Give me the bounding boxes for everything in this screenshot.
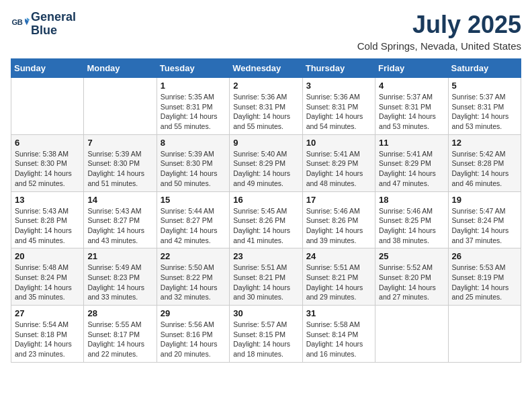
day-info: Sunrise: 5:57 AM Sunset: 8:15 PM Dayligh… bbox=[233, 320, 298, 359]
calendar-cell: 12Sunrise: 5:42 AM Sunset: 8:28 PM Dayli… bbox=[448, 134, 521, 191]
calendar-cell: 9Sunrise: 5:40 AM Sunset: 8:29 PM Daylig… bbox=[230, 134, 302, 191]
day-info: Sunrise: 5:58 AM Sunset: 8:14 PM Dayligh… bbox=[306, 320, 371, 359]
calendar-cell: 28Sunrise: 5:55 AM Sunset: 8:17 PM Dayli… bbox=[84, 306, 157, 363]
day-info: Sunrise: 5:44 AM Sunset: 8:27 PM Dayligh… bbox=[161, 206, 226, 246]
day-info: Sunrise: 5:56 AM Sunset: 8:16 PM Dayligh… bbox=[161, 320, 226, 359]
day-info: Sunrise: 5:51 AM Sunset: 8:21 PM Dayligh… bbox=[233, 263, 298, 302]
calendar-cell: 3Sunrise: 5:36 AM Sunset: 8:31 PM Daylig… bbox=[302, 78, 375, 135]
day-info: Sunrise: 5:53 AM Sunset: 8:19 PM Dayligh… bbox=[452, 263, 517, 302]
day-number: 23 bbox=[233, 251, 298, 261]
day-number: 9 bbox=[233, 138, 298, 148]
calendar-cell: 25Sunrise: 5:52 AM Sunset: 8:20 PM Dayli… bbox=[375, 248, 448, 306]
day-info: Sunrise: 5:39 AM Sunset: 8:30 PM Dayligh… bbox=[87, 149, 152, 189]
calendar-cell: 6Sunrise: 5:38 AM Sunset: 8:30 PM Daylig… bbox=[11, 134, 84, 191]
day-info: Sunrise: 5:49 AM Sunset: 8:23 PM Dayligh… bbox=[87, 263, 152, 302]
day-number: 1 bbox=[161, 81, 226, 91]
day-number: 7 bbox=[87, 138, 152, 148]
day-number: 16 bbox=[233, 195, 298, 205]
day-number: 21 bbox=[87, 251, 152, 261]
day-number: 11 bbox=[379, 138, 444, 148]
calendar-week-row: 6Sunrise: 5:38 AM Sunset: 8:30 PM Daylig… bbox=[11, 134, 521, 191]
day-number: 27 bbox=[15, 308, 80, 318]
month-title: July 2025 bbox=[357, 11, 521, 39]
day-number: 4 bbox=[379, 81, 444, 91]
calendar-cell: 21Sunrise: 5:49 AM Sunset: 8:23 PM Dayli… bbox=[84, 248, 157, 306]
day-number: 15 bbox=[161, 195, 226, 205]
calendar-cell: 27Sunrise: 5:54 AM Sunset: 8:18 PM Dayli… bbox=[11, 306, 84, 363]
calendar-table: SundayMondayTuesdayWednesdayThursdayFrid… bbox=[11, 58, 521, 363]
weekday-header-monday: Monday bbox=[84, 59, 157, 78]
calendar-cell: 31Sunrise: 5:58 AM Sunset: 8:14 PM Dayli… bbox=[302, 306, 375, 363]
calendar-cell: 10Sunrise: 5:41 AM Sunset: 8:29 PM Dayli… bbox=[302, 134, 375, 191]
day-info: Sunrise: 5:39 AM Sunset: 8:30 PM Dayligh… bbox=[161, 149, 226, 189]
day-number: 25 bbox=[379, 251, 444, 261]
day-info: Sunrise: 5:42 AM Sunset: 8:28 PM Dayligh… bbox=[452, 149, 517, 189]
calendar-cell: 13Sunrise: 5:43 AM Sunset: 8:28 PM Dayli… bbox=[11, 191, 84, 248]
day-info: Sunrise: 5:36 AM Sunset: 8:31 PM Dayligh… bbox=[233, 92, 298, 132]
day-number: 2 bbox=[233, 81, 298, 91]
calendar-cell: 18Sunrise: 5:46 AM Sunset: 8:25 PM Dayli… bbox=[375, 191, 448, 248]
calendar-cell: 17Sunrise: 5:46 AM Sunset: 8:26 PM Dayli… bbox=[302, 191, 375, 248]
calendar-cell: 16Sunrise: 5:45 AM Sunset: 8:26 PM Dayli… bbox=[230, 191, 302, 248]
day-info: Sunrise: 5:40 AM Sunset: 8:29 PM Dayligh… bbox=[233, 149, 298, 189]
weekday-header-thursday: Thursday bbox=[302, 59, 375, 78]
logo-icon: G B bbox=[11, 15, 30, 34]
calendar-cell: 2Sunrise: 5:36 AM Sunset: 8:31 PM Daylig… bbox=[230, 78, 302, 135]
day-info: Sunrise: 5:43 AM Sunset: 8:28 PM Dayligh… bbox=[15, 206, 80, 246]
calendar-week-row: 13Sunrise: 5:43 AM Sunset: 8:28 PM Dayli… bbox=[11, 191, 521, 248]
page-header: G B General Blue July 2025 Cold Springs,… bbox=[11, 11, 521, 52]
svg-text:G: G bbox=[11, 18, 17, 26]
calendar-cell bbox=[11, 78, 84, 135]
day-info: Sunrise: 5:41 AM Sunset: 8:29 PM Dayligh… bbox=[379, 149, 444, 189]
calendar-cell: 15Sunrise: 5:44 AM Sunset: 8:27 PM Dayli… bbox=[157, 191, 229, 248]
day-info: Sunrise: 5:37 AM Sunset: 8:31 PM Dayligh… bbox=[379, 92, 444, 132]
day-number: 17 bbox=[306, 195, 371, 205]
day-info: Sunrise: 5:48 AM Sunset: 8:24 PM Dayligh… bbox=[15, 263, 80, 302]
day-number: 28 bbox=[87, 308, 152, 318]
day-info: Sunrise: 5:46 AM Sunset: 8:26 PM Dayligh… bbox=[306, 206, 371, 246]
day-number: 24 bbox=[306, 251, 371, 261]
day-info: Sunrise: 5:41 AM Sunset: 8:29 PM Dayligh… bbox=[306, 149, 371, 189]
day-number: 31 bbox=[306, 308, 371, 318]
day-info: Sunrise: 5:35 AM Sunset: 8:31 PM Dayligh… bbox=[161, 92, 226, 132]
calendar-cell: 5Sunrise: 5:37 AM Sunset: 8:31 PM Daylig… bbox=[448, 78, 521, 135]
day-info: Sunrise: 5:36 AM Sunset: 8:31 PM Dayligh… bbox=[306, 92, 371, 132]
weekday-header-friday: Friday bbox=[375, 59, 448, 78]
weekday-header-row: SundayMondayTuesdayWednesdayThursdayFrid… bbox=[11, 59, 521, 78]
day-number: 14 bbox=[87, 195, 152, 205]
calendar-cell: 30Sunrise: 5:57 AM Sunset: 8:15 PM Dayli… bbox=[230, 306, 302, 363]
calendar-cell bbox=[448, 306, 521, 363]
day-number: 26 bbox=[452, 251, 517, 261]
calendar-cell bbox=[84, 78, 157, 135]
day-number: 18 bbox=[379, 195, 444, 205]
calendar-cell: 20Sunrise: 5:48 AM Sunset: 8:24 PM Dayli… bbox=[11, 248, 84, 306]
calendar-cell: 11Sunrise: 5:41 AM Sunset: 8:29 PM Dayli… bbox=[375, 134, 448, 191]
calendar-cell: 29Sunrise: 5:56 AM Sunset: 8:16 PM Dayli… bbox=[157, 306, 229, 363]
calendar-cell: 19Sunrise: 5:47 AM Sunset: 8:24 PM Dayli… bbox=[448, 191, 521, 248]
calendar-cell: 1Sunrise: 5:35 AM Sunset: 8:31 PM Daylig… bbox=[157, 78, 229, 135]
day-info: Sunrise: 5:55 AM Sunset: 8:17 PM Dayligh… bbox=[87, 320, 152, 359]
calendar-cell: 4Sunrise: 5:37 AM Sunset: 8:31 PM Daylig… bbox=[375, 78, 448, 135]
day-number: 8 bbox=[161, 138, 226, 148]
calendar-cell: 14Sunrise: 5:43 AM Sunset: 8:27 PM Dayli… bbox=[84, 191, 157, 248]
calendar-cell: 24Sunrise: 5:51 AM Sunset: 8:21 PM Dayli… bbox=[302, 248, 375, 306]
weekday-header-sunday: Sunday bbox=[11, 59, 84, 78]
weekday-header-tuesday: Tuesday bbox=[157, 59, 229, 78]
day-info: Sunrise: 5:38 AM Sunset: 8:30 PM Dayligh… bbox=[15, 149, 80, 189]
calendar-cell: 23Sunrise: 5:51 AM Sunset: 8:21 PM Dayli… bbox=[230, 248, 302, 306]
day-info: Sunrise: 5:46 AM Sunset: 8:25 PM Dayligh… bbox=[379, 206, 444, 246]
day-number: 20 bbox=[15, 251, 80, 261]
location-title: Cold Springs, Nevada, United States bbox=[357, 40, 521, 52]
svg-text:B: B bbox=[17, 18, 23, 26]
day-number: 29 bbox=[161, 308, 226, 318]
calendar-week-row: 20Sunrise: 5:48 AM Sunset: 8:24 PM Dayli… bbox=[11, 248, 521, 306]
weekday-header-saturday: Saturday bbox=[448, 59, 521, 78]
logo: G B General Blue bbox=[11, 11, 76, 38]
day-info: Sunrise: 5:54 AM Sunset: 8:18 PM Dayligh… bbox=[15, 320, 80, 359]
day-number: 30 bbox=[233, 308, 298, 318]
weekday-header-wednesday: Wednesday bbox=[230, 59, 302, 78]
calendar-cell: 26Sunrise: 5:53 AM Sunset: 8:19 PM Dayli… bbox=[448, 248, 521, 306]
calendar-cell bbox=[375, 306, 448, 363]
day-number: 3 bbox=[306, 81, 371, 91]
day-number: 10 bbox=[306, 138, 371, 148]
